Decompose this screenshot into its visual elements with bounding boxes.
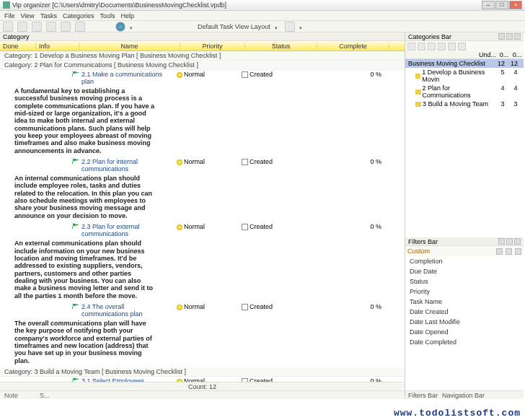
category-root[interactable]: Business Moving Checklist 12 12 — [405, 59, 524, 68]
grid-col-o2[interactable]: 0... — [511, 51, 524, 58]
task-status: Created — [239, 223, 312, 230]
priority-bullet-icon — [177, 72, 182, 78]
category-root-name: Business Moving Checklist — [408, 60, 495, 67]
category-item[interactable]: 1 Develop a Business Movin54 — [405, 68, 524, 84]
app-icon — [3, 1, 10, 9]
task-priority: Normal — [175, 223, 239, 230]
tab-navigation[interactable]: Navigation Bar — [442, 392, 485, 399]
toolbar-icon[interactable] — [46, 22, 56, 32]
close-button[interactable]: × — [509, 1, 522, 9]
status-checkbox[interactable] — [242, 159, 248, 165]
filter-icon[interactable] — [496, 248, 503, 255]
categories-tree: Und... 0... 0... Business Moving Checkli… — [405, 51, 524, 108]
category-row[interactable]: Category: 2 Plan for Communications [ Bu… — [0, 61, 405, 70]
cat-count2: 4 — [509, 69, 522, 83]
task-row[interactable]: 2.3 Plan for external communicationsNorm… — [0, 222, 405, 238]
filter-item[interactable]: Date Created — [405, 307, 524, 317]
menu-tasks[interactable]: Tasks — [40, 12, 57, 19]
category-row[interactable]: Category: 1 Develop a Business Moving Pl… — [0, 51, 405, 61]
status-checkbox[interactable] — [242, 71, 248, 78]
filter-item[interactable]: Date Completed — [405, 337, 524, 347]
cat-tool-icon[interactable] — [407, 43, 415, 51]
category-row[interactable]: Category: 3 Build a Moving Team [ Busine… — [0, 367, 405, 377]
flag-icon — [72, 223, 79, 229]
toolbar-icon[interactable] — [285, 22, 295, 32]
cat-count1: 5 — [496, 69, 509, 83]
col-status[interactable]: Status — [245, 43, 317, 50]
task-panel: Category Done Info Name Priority Status … — [0, 32, 405, 399]
status-checkbox[interactable] — [242, 224, 248, 230]
status-checkbox[interactable] — [242, 304, 248, 310]
filter-custom[interactable]: Custom — [407, 248, 493, 255]
cat-tool-icon[interactable] — [448, 43, 456, 51]
task-row[interactable]: 2.1 Make a communications planNormalCrea… — [0, 70, 405, 86]
panel-icon[interactable] — [514, 238, 521, 245]
col-complete[interactable]: Complete — [317, 43, 389, 50]
category-item-name: 3 Build a Moving Team — [423, 100, 488, 108]
menu-file[interactable]: File — [4, 12, 15, 19]
priority-bullet-icon — [177, 305, 182, 310]
filter-icon[interactable] — [515, 248, 521, 255]
panel-icon[interactable] — [498, 33, 505, 40]
tab-filters[interactable]: Filters Bar — [408, 392, 438, 399]
col-priority[interactable]: Priority — [180, 43, 245, 50]
task-row[interactable]: 3.1 Select EmployeesNormalCreated0 % — [0, 377, 405, 382]
toolbar-icon[interactable] — [32, 22, 42, 32]
col-done[interactable]: Done — [0, 43, 36, 50]
filter-item[interactable]: Due Date — [405, 266, 524, 276]
folder-icon — [415, 74, 420, 79]
count-bar: Count: 12 — [0, 382, 405, 390]
task-priority: Normal — [175, 158, 239, 165]
panel-icon[interactable] — [498, 238, 505, 245]
layout-selector[interactable]: Default Task View Layout — [198, 23, 270, 30]
cat-count1: 4 — [496, 84, 509, 99]
toolbar-icon[interactable] — [3, 22, 13, 32]
chevron-down-icon[interactable] — [130, 24, 136, 30]
filter-toolbar: Custom — [405, 246, 524, 256]
panel-icon[interactable] — [506, 33, 513, 40]
toolbar-icon[interactable] — [75, 22, 85, 32]
cat-tool-icon[interactable] — [458, 43, 466, 51]
menu-categories[interactable]: Categories — [63, 12, 94, 19]
grid-col-und[interactable]: Und... — [405, 51, 498, 58]
chevron-down-icon[interactable] — [275, 24, 281, 30]
cat-tool-icon[interactable] — [438, 43, 446, 51]
filter-item[interactable]: Status — [405, 276, 524, 286]
menu-view[interactable]: View — [21, 12, 35, 19]
col-info[interactable]: Info — [36, 43, 79, 50]
panel-icon[interactable] — [506, 238, 513, 245]
filter-item[interactable]: Date Last Modifie — [405, 317, 524, 327]
task-description: An internal communications plan should i… — [0, 173, 169, 222]
menu-tools[interactable]: Tools — [100, 12, 115, 19]
globe-icon[interactable] — [115, 22, 125, 32]
window-title: Vip organizer [C:\Users\dmitry\Documents… — [12, 1, 482, 9]
task-status: Created — [239, 158, 312, 165]
category-item-name: 2 Plan for Communications — [423, 84, 496, 99]
toolbar-icon[interactable] — [17, 22, 27, 32]
category-item[interactable]: 2 Plan for Communications44 — [405, 84, 524, 100]
task-priority: Normal — [175, 71, 239, 78]
panel-icon[interactable] — [514, 33, 521, 40]
col-name[interactable]: Name — [79, 43, 180, 50]
grid-col-o1[interactable]: 0... — [498, 51, 511, 58]
cat-count1: 3 — [496, 100, 509, 108]
task-description: The overall communications plan will hav… — [0, 318, 169, 367]
task-row[interactable]: 2.4 The overall communications planNorma… — [0, 302, 405, 318]
priority-bullet-icon — [177, 159, 182, 165]
minimize-button[interactable]: – — [482, 1, 495, 9]
filter-item[interactable]: Priority — [405, 286, 524, 297]
filter-item[interactable]: Completion — [405, 256, 524, 266]
filter-item[interactable]: Task Name — [405, 297, 524, 307]
cat-tool-icon[interactable] — [428, 43, 436, 51]
task-row[interactable]: 2.2 Plan for internal communicationsNorm… — [0, 157, 405, 173]
menu-help[interactable]: Help — [120, 12, 134, 19]
cat-tool-icon[interactable] — [418, 43, 425, 51]
category-item[interactable]: 3 Build a Moving Team33 — [405, 100, 524, 108]
filter-item[interactable]: Date Opened — [405, 327, 524, 337]
filter-icon[interactable] — [506, 248, 512, 255]
filters-bar-head: Filters Bar — [405, 237, 524, 246]
column-header: Done Info Name Priority Status Complete — [0, 41, 405, 51]
toolbar-icon[interactable] — [61, 22, 71, 32]
chevron-down-icon[interactable] — [299, 24, 305, 30]
maximize-button[interactable]: □ — [495, 1, 508, 9]
